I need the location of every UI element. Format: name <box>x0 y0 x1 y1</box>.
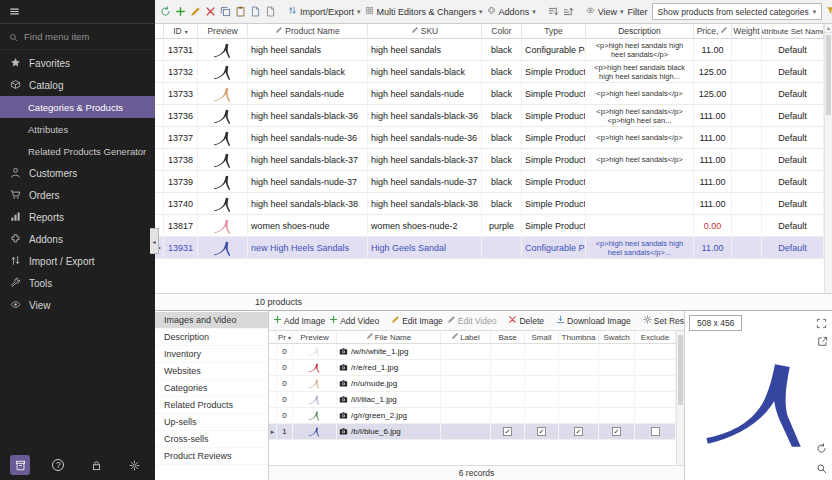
tab-categories[interactable]: Categories <box>155 380 268 397</box>
download-image-button[interactable]: Download Image <box>556 315 631 326</box>
product-row[interactable]: 13817 women shoes-nude women shoes-nude-… <box>155 215 824 237</box>
sidebar-item-customers[interactable]: Customers <box>0 162 155 184</box>
help-icon[interactable]: ? <box>48 455 68 475</box>
header-base[interactable]: Base <box>491 331 525 343</box>
product-row[interactable]: 13738 high heel sandals-black-37 high he… <box>155 149 824 171</box>
tab-product-reviews[interactable]: Product Reviews <box>155 448 268 465</box>
delete-image-button[interactable]: Delete <box>508 315 544 326</box>
product-row-selected[interactable]: 13931 new High Heels Sandals High Geels … <box>155 237 824 259</box>
tab-description[interactable]: Description <box>155 329 268 346</box>
header-swatch[interactable]: Swatch <box>599 331 635 343</box>
delete-product-button[interactable] <box>205 4 216 20</box>
product-row[interactable]: 13732 high heel sandals-black high heel … <box>155 61 824 83</box>
product-row[interactable]: 13731 high heel sandals high heel sandal… <box>155 39 824 61</box>
sidebar-item-orders[interactable]: Orders <box>0 184 155 206</box>
sidebar-item-related-products-generator[interactable]: Related Products Generator <box>0 140 155 162</box>
image-row[interactable]: 0 /n/u/nude.jpg <box>269 376 676 392</box>
header-file-name[interactable]: File Name <box>337 331 441 343</box>
sidebar-collapse-handle[interactable]: ◂ <box>150 228 159 254</box>
filter-select[interactable]: Show products from selected categories <box>652 3 823 20</box>
header-weight[interactable]: Weight <box>732 24 762 38</box>
multi-editors-dropdown[interactable]: Multi Editors & Changers <box>365 6 483 17</box>
sidebar-item-favorites[interactable]: Favorites <box>0 52 155 74</box>
archive-icon[interactable] <box>10 455 30 475</box>
addons-dropdown[interactable]: Addons <box>487 6 536 17</box>
gear-icon[interactable] <box>125 455 145 475</box>
menu-search-input[interactable] <box>24 31 134 42</box>
image-row[interactable]: 0 /g/r/green_2.jpg <box>269 408 676 424</box>
swatch-checkbox[interactable] <box>612 427 621 436</box>
sort-descending-button[interactable] <box>548 4 559 20</box>
product-row[interactable]: 13737 high heel sandals-nude-36 high hee… <box>155 127 824 149</box>
sidebar-item-catalog[interactable]: Catalog <box>0 74 155 96</box>
scrollbar-thumb[interactable] <box>678 335 683 405</box>
add-product-button[interactable] <box>175 4 186 20</box>
thumbnail-checkbox[interactable] <box>574 427 583 436</box>
hamburger-menu-icon[interactable] <box>9 3 20 21</box>
add-video-button[interactable]: Add Video <box>329 315 379 326</box>
header-product-name[interactable]: Product Name <box>248 24 368 38</box>
document-button[interactable] <box>250 4 261 20</box>
header-id[interactable]: ID <box>164 24 198 38</box>
set-resize-rule-button[interactable]: Set Resize Rule <box>643 315 684 326</box>
edit-video-button[interactable]: Edit Video <box>447 315 497 326</box>
refresh-button[interactable] <box>160 4 171 20</box>
product-row[interactable]: 13736 high heel sandals-black-36 high he… <box>155 105 824 127</box>
product-row[interactable]: 13739 high heel sandals-nude-37 high hee… <box>155 171 824 193</box>
fullscreen-icon[interactable] <box>816 315 828 327</box>
header-small[interactable]: Small <box>525 331 559 343</box>
edit-image-button[interactable]: Edit Image <box>391 315 443 326</box>
image-row-selected[interactable]: 1 /b/l/blue_6.jpg <box>269 424 676 440</box>
sidebar-item-reports[interactable]: Reports <box>0 206 155 228</box>
document-copy-button[interactable] <box>265 4 276 20</box>
header-type[interactable]: Type <box>522 24 586 38</box>
view-dropdown[interactable]: View <box>586 6 624 17</box>
header-preview[interactable]: Preview <box>293 331 337 343</box>
image-row[interactable]: 0 /l/i/lilac_1.jpg <box>269 392 676 408</box>
paste-button[interactable] <box>235 4 246 20</box>
header-color[interactable]: Color <box>482 24 522 38</box>
scrollbar-thumb[interactable] <box>826 35 831 115</box>
header-attribute-set[interactable]: Attribute Set Name <box>762 24 824 38</box>
header-thumbnail[interactable]: Thumbna <box>559 331 599 343</box>
header-price[interactable]: Price, <box>694 24 732 38</box>
base-checkbox[interactable] <box>503 427 512 436</box>
lock-icon[interactable] <box>87 455 107 475</box>
sidebar-item-addons[interactable]: Addons <box>0 228 155 250</box>
scroll-up-arrow[interactable] <box>825 24 832 33</box>
tab-cross-sells[interactable]: Cross-sells <box>155 431 268 448</box>
tab-websites[interactable]: Websites <box>155 363 268 380</box>
import-export-dropdown[interactable]: Import/Export <box>288 6 361 17</box>
filters-dropdown[interactable]: Filters <box>826 6 832 17</box>
edit-product-button[interactable] <box>190 4 201 20</box>
header-description[interactable]: Description <box>586 24 694 38</box>
image-row[interactable]: 0 /r/e/red_1.jpg <box>269 360 676 376</box>
grid-vertical-scrollbar[interactable] <box>824 24 832 293</box>
header-sku[interactable]: SKU <box>368 24 482 38</box>
sidebar-item-categories-products[interactable]: Categories & Products <box>0 96 155 118</box>
header-exclude[interactable]: Exclude <box>635 331 676 343</box>
tab-inventory[interactable]: Inventory <box>155 346 268 363</box>
image-row[interactable]: 0 /w/h/white_1.jpg <box>269 344 676 360</box>
sort-ascending-button[interactable] <box>563 4 574 20</box>
header-preview[interactable]: Preview <box>198 24 248 38</box>
small-checkbox[interactable] <box>537 427 546 436</box>
header-label[interactable]: Label <box>441 331 491 343</box>
tab-images-and-video[interactable]: Images and Video <box>155 312 268 329</box>
copy-button[interactable] <box>220 4 231 20</box>
images-vertical-scrollbar[interactable] <box>676 331 684 465</box>
add-image-button[interactable]: Add Image <box>273 315 325 326</box>
product-row[interactable]: 13733 high heel sandals-nude high heel s… <box>155 83 824 105</box>
tab-up-sells[interactable]: Up-sells <box>155 414 268 431</box>
sidebar-item-tools[interactable]: Tools <box>0 272 155 294</box>
tab-related-products[interactable]: Related Products <box>155 397 268 414</box>
header-position[interactable]: Pr <box>277 331 293 343</box>
sidebar-item-import-export[interactable]: Import / Export <box>0 250 155 272</box>
zoom-icon[interactable] <box>816 460 828 472</box>
rotate-icon[interactable] <box>816 440 828 452</box>
sidebar-item-attributes[interactable]: Attributes <box>0 118 155 140</box>
product-row[interactable]: 13740 high heel sandals-black-38 high he… <box>155 193 824 215</box>
exclude-checkbox[interactable] <box>651 427 660 436</box>
open-external-icon[interactable] <box>817 333 829 345</box>
sidebar-item-view[interactable]: View <box>0 294 155 316</box>
